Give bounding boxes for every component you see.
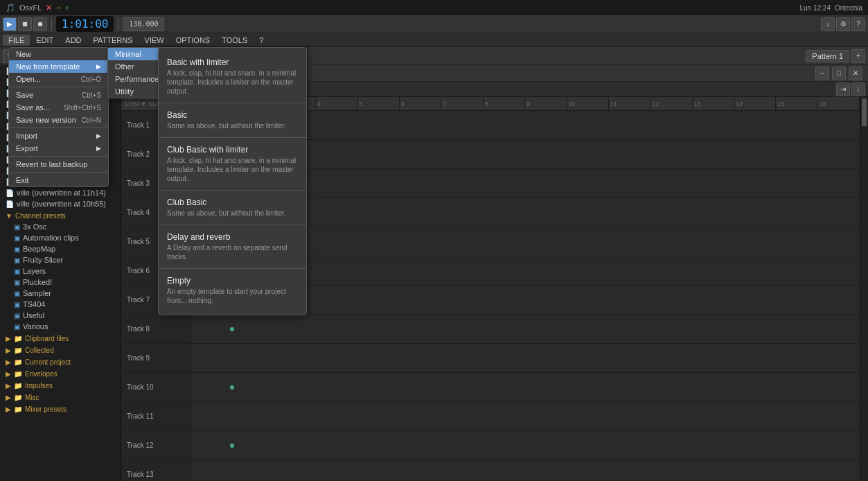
sidebar-fruityslicer[interactable]: ▣ Fruity Slicer	[0, 254, 121, 265]
section-envelopes[interactable]: ▶ 📁 Envelopes	[0, 367, 121, 379]
playlist-btn-1[interactable]: −	[815, 67, 829, 80]
bpm-display[interactable]: 130.000	[123, 17, 164, 31]
file-icon-12: 📄	[6, 189, 14, 197]
submenu-arrow-1: ▶	[96, 63, 101, 70]
sidebar-ts404[interactable]: ▣ TS404	[0, 299, 121, 310]
file-menu[interactable]: New New from template ▶ Open... Ctrl+O S…	[8, 47, 109, 187]
file-save-as[interactable]: Save as... Shift+Ctrl+S	[9, 101, 108, 114]
sidebar-3xosc[interactable]: ▣ 3x Osc	[0, 221, 121, 232]
scrollbar-vertical[interactable]	[860, 97, 868, 481]
menu-options[interactable]: OPTIONS	[170, 35, 216, 46]
preset-icon-9: ▣	[14, 312, 20, 320]
section-misc[interactable]: ▶ 📁 Misc	[0, 391, 121, 403]
menu-help[interactable]: ?	[254, 35, 269, 46]
track-item-13[interactable]: Track 13	[121, 460, 190, 481]
file-new-from-template[interactable]: New from template ▶	[9, 60, 108, 73]
mark-16: 16	[818, 97, 860, 110]
folder-icon-collected: 📁	[14, 347, 22, 354]
sidebar-useful[interactable]: ▣ Useful	[0, 310, 121, 321]
dot-8	[230, 327, 234, 331]
file-revert[interactable]: Revert to last backup	[9, 158, 108, 170]
tmpl-club-limiter[interactable]: Club Basic with limiter A kick, clap, hi…	[159, 141, 306, 187]
file-save[interactable]: Save Ctrl+S	[9, 89, 108, 101]
add-pattern-btn[interactable]: +	[851, 49, 865, 63]
mode-btn-1[interactable]: ▶	[3, 17, 17, 31]
sidebar-plucked[interactable]: ▣ Plucked!	[0, 277, 121, 288]
sidebar-recent-13[interactable]: 📄 ville (overwritten at 10h55)	[0, 198, 121, 209]
section-clipboard[interactable]: ▶ 📁 Clipboard files	[0, 332, 121, 344]
mode-btn-3[interactable]: ⏺	[33, 17, 47, 31]
section-collected[interactable]: ▶ 📁 Collected	[0, 344, 121, 356]
sidebar-automation[interactable]: ▣ Automation clips	[0, 232, 121, 243]
scrollbar-thumb[interactable]	[862, 98, 867, 126]
pattern-label[interactable]: Pattern 1	[806, 50, 849, 62]
grid-row-13[interactable]	[191, 460, 860, 481]
track-item-9[interactable]: Track 9	[121, 344, 190, 373]
playlist-btn-2[interactable]: □	[832, 67, 846, 80]
sidebar-sampler[interactable]: ▣ Sampler	[0, 288, 121, 299]
preset-icon-6: ▣	[14, 279, 20, 286]
menu-add[interactable]: ADD	[60, 35, 87, 46]
tmpl-basic[interactable]: Basic Same as above, but without the lim…	[159, 106, 306, 134]
sidebar-layers[interactable]: ▣ Layers	[0, 265, 121, 277]
separator	[51, 18, 52, 30]
submenu-arrow-2: ▶	[96, 132, 101, 139]
menu-edit[interactable]: EDIT	[30, 35, 59, 46]
sidebar-recent-12[interactable]: 📄 ville (overwritten at 11h14)	[0, 187, 121, 198]
window-close[interactable]: ✕	[46, 3, 52, 12]
file-save-new[interactable]: Save new version Ctrl+N	[9, 114, 108, 126]
grid-row-12[interactable]	[191, 431, 860, 460]
file-new[interactable]: New	[9, 48, 108, 60]
playlist-close[interactable]: ✕	[849, 67, 862, 80]
sidebar-beepmap[interactable]: ▣ BeepMap	[0, 243, 121, 254]
section-mixer[interactable]: ▶ 📁 Mixer presets	[0, 403, 121, 414]
folder-icon-mixer: 📁	[14, 405, 22, 413]
tmpl-empty[interactable]: Empty An empty template to start your pr…	[159, 272, 306, 309]
tmpl-div-4	[159, 225, 306, 225]
file-import[interactable]: Import ▶	[9, 130, 108, 142]
section-channel-presets[interactable]: ▼ Channel presets	[0, 209, 121, 221]
pt-btn-7[interactable]: ⇥	[836, 82, 850, 96]
sidebar-various[interactable]: ▣ Various	[0, 321, 121, 332]
template-panel[interactable]: Basic with limiter A kick, clap, hi hat …	[158, 47, 307, 315]
grid-row-10[interactable]	[191, 373, 860, 402]
toolbar-btn-c[interactable]: ?	[851, 17, 865, 31]
file-exit[interactable]: Exit	[9, 174, 108, 186]
grid-row-9[interactable]	[191, 344, 860, 373]
current-arrow: ▶	[6, 358, 11, 366]
toolbar-btn-b[interactable]: ⚙	[836, 17, 850, 31]
track-item-10[interactable]: Track 10	[121, 373, 190, 402]
menu-patterns[interactable]: PATTERNS	[88, 35, 139, 46]
file-icon-13: 📄	[6, 200, 14, 208]
tmpl-div-5	[159, 268, 306, 269]
system-bar: 🎵 OsxFL ✕ − + Lun 12:24 Ontecnia	[0, 0, 868, 15]
toolbar-btn-a[interactable]: ♪	[821, 17, 835, 31]
tmpl-club[interactable]: Club Basic Same as above, but without th…	[159, 193, 306, 222]
window-maximize[interactable]: +	[65, 3, 69, 12]
mixer-arrow: ▶	[6, 405, 11, 413]
grid-row-8[interactable]	[191, 315, 860, 344]
track-item-8[interactable]: Track 8	[121, 315, 190, 344]
pt-btn-8[interactable]: ↓	[851, 82, 865, 96]
file-open[interactable]: Open... Ctrl+O	[9, 73, 108, 85]
mark-15: 15	[776, 97, 817, 110]
menu-tools[interactable]: TOOLS	[216, 35, 253, 46]
collected-arrow: ▶	[6, 347, 11, 354]
menu-bar: FILE EDIT ADD PATTERNS VIEW OPTIONS TOOL…	[0, 33, 868, 47]
menu-view[interactable]: VIEW	[139, 35, 170, 46]
section-impulses[interactable]: ▶ 📁 Impulses	[0, 379, 121, 391]
separator2	[118, 18, 118, 30]
track-item-12[interactable]: Track 12	[121, 431, 190, 460]
tmpl-delay-reverb[interactable]: Delay and reverb A Delay and a reverb on…	[159, 228, 306, 265]
mode-btn-2[interactable]: ⏹	[18, 17, 32, 31]
recent-file-13: ville (overwritten at 10h55)	[17, 200, 106, 208]
tmpl-basic-limiter[interactable]: Basic with limiter A kick, clap, hi hat …	[159, 53, 306, 100]
preset-icon-3: ▣	[14, 245, 20, 253]
menu-file[interactable]: FILE	[3, 35, 30, 46]
file-sep-1	[9, 87, 108, 87]
track-item-11[interactable]: Track 11	[121, 402, 190, 431]
grid-row-11[interactable]	[191, 402, 860, 431]
window-minimize[interactable]: −	[56, 3, 60, 12]
section-current[interactable]: ▶ 📁 Current project	[0, 356, 121, 367]
file-export[interactable]: Export ▶	[9, 142, 108, 155]
